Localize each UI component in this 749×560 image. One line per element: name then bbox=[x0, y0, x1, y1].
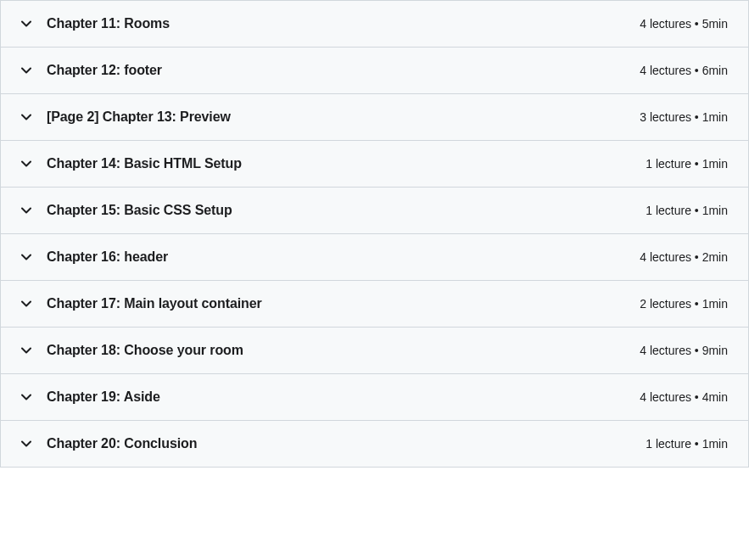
chapter-duration: 1min bbox=[702, 110, 728, 124]
chapter-meta: 4 lectures • 6min bbox=[640, 64, 728, 77]
chapter-title: [Page 2] Chapter 13: Preview bbox=[47, 109, 231, 125]
chevron-down-icon bbox=[21, 345, 31, 356]
chapter-meta: 4 lectures • 9min bbox=[640, 344, 728, 357]
chevron-down-icon bbox=[21, 439, 31, 449]
chapter-meta: 1 lecture • 1min bbox=[646, 437, 728, 451]
meta-separator: • bbox=[691, 437, 702, 451]
chapter-duration: 1min bbox=[702, 297, 728, 311]
accordion-item: Chapter 15: Basic CSS Setup1 lecture • 1… bbox=[1, 187, 748, 233]
accordion-header-left: Chapter 14: Basic HTML Setup bbox=[21, 156, 242, 171]
chapter-duration: 9min bbox=[702, 344, 728, 357]
accordion-header[interactable]: Chapter 17: Main layout container2 lectu… bbox=[1, 281, 748, 327]
meta-separator: • bbox=[691, 344, 702, 357]
chapter-lectures-count: 3 lectures bbox=[640, 110, 691, 124]
meta-separator: • bbox=[691, 390, 702, 404]
chapter-meta: 4 lectures • 4min bbox=[640, 390, 728, 404]
accordion-header-left: Chapter 16: header bbox=[21, 249, 168, 265]
accordion-item: Chapter 11: Rooms4 lectures • 5min bbox=[1, 0, 748, 47]
chapter-lectures-count: 1 lecture bbox=[646, 157, 691, 171]
meta-separator: • bbox=[691, 250, 702, 264]
chapter-title: Chapter 18: Choose your room bbox=[47, 343, 243, 358]
chapter-lectures-count: 1 lecture bbox=[646, 437, 691, 451]
chapter-meta: 1 lecture • 1min bbox=[646, 204, 728, 217]
chevron-down-icon bbox=[21, 19, 31, 29]
accordion-header-left: Chapter 20: Conclusion bbox=[21, 436, 197, 451]
accordion-header-left: Chapter 18: Choose your room bbox=[21, 343, 243, 358]
accordion-header[interactable]: Chapter 11: Rooms4 lectures • 5min bbox=[1, 1, 748, 47]
meta-separator: • bbox=[691, 297, 702, 311]
meta-separator: • bbox=[691, 110, 702, 124]
chapter-meta: 1 lecture • 1min bbox=[646, 157, 728, 171]
chevron-down-icon bbox=[21, 159, 31, 169]
chapter-duration: 5min bbox=[702, 17, 728, 31]
chapter-title: Chapter 20: Conclusion bbox=[47, 436, 197, 451]
chapter-duration: 1min bbox=[702, 157, 728, 171]
accordion-item: Chapter 19: Aside4 lectures • 4min bbox=[1, 373, 748, 420]
chapter-duration: 2min bbox=[702, 250, 728, 264]
chapter-title: Chapter 15: Basic CSS Setup bbox=[47, 203, 232, 218]
chapter-title: Chapter 17: Main layout container bbox=[47, 296, 262, 311]
accordion-item: Chapter 18: Choose your room4 lectures •… bbox=[1, 327, 748, 373]
meta-separator: • bbox=[691, 17, 702, 31]
course-chapters-accordion: Chapter 11: Rooms4 lectures • 5minChapte… bbox=[0, 0, 749, 468]
chapter-title: Chapter 11: Rooms bbox=[47, 16, 170, 31]
accordion-header[interactable]: [Page 2] Chapter 13: Preview3 lectures •… bbox=[1, 94, 748, 140]
chapter-title: Chapter 14: Basic HTML Setup bbox=[47, 156, 242, 171]
chapter-meta: 2 lectures • 1min bbox=[640, 297, 728, 311]
chevron-down-icon bbox=[21, 299, 31, 309]
chapter-lectures-count: 4 lectures bbox=[640, 390, 691, 404]
chapter-meta: 4 lectures • 2min bbox=[640, 250, 728, 264]
meta-separator: • bbox=[691, 157, 702, 171]
accordion-header-left: Chapter 12: footer bbox=[21, 63, 162, 78]
chapter-duration: 4min bbox=[702, 390, 728, 404]
accordion-header[interactable]: Chapter 15: Basic CSS Setup1 lecture • 1… bbox=[1, 188, 748, 233]
accordion-header[interactable]: Chapter 16: header4 lectures • 2min bbox=[1, 234, 748, 280]
accordion-header[interactable]: Chapter 14: Basic HTML Setup1 lecture • … bbox=[1, 141, 748, 187]
meta-separator: • bbox=[691, 204, 702, 217]
meta-separator: • bbox=[691, 64, 702, 77]
chapter-lectures-count: 4 lectures bbox=[640, 17, 691, 31]
chevron-down-icon bbox=[21, 112, 31, 122]
chapter-duration: 1min bbox=[702, 204, 728, 217]
accordion-header-left: Chapter 11: Rooms bbox=[21, 16, 170, 31]
chapter-title: Chapter 12: footer bbox=[47, 63, 162, 78]
chevron-down-icon bbox=[21, 65, 31, 76]
chapter-lectures-count: 4 lectures bbox=[640, 250, 691, 264]
accordion-header[interactable]: Chapter 20: Conclusion1 lecture • 1min bbox=[1, 421, 748, 467]
accordion-header-left: [Page 2] Chapter 13: Preview bbox=[21, 109, 231, 125]
accordion-item: Chapter 17: Main layout container2 lectu… bbox=[1, 280, 748, 327]
accordion-header[interactable]: Chapter 12: footer4 lectures • 6min bbox=[1, 48, 748, 93]
accordion-item: Chapter 12: footer4 lectures • 6min bbox=[1, 47, 748, 93]
accordion-item: [Page 2] Chapter 13: Preview3 lectures •… bbox=[1, 93, 748, 140]
chapter-lectures-count: 2 lectures bbox=[640, 297, 691, 311]
chapter-duration: 6min bbox=[702, 64, 728, 77]
chapter-meta: 3 lectures • 1min bbox=[640, 110, 728, 124]
chapter-lectures-count: 1 lecture bbox=[646, 204, 691, 217]
accordion-item: Chapter 20: Conclusion1 lecture • 1min bbox=[1, 420, 748, 467]
accordion-item: Chapter 14: Basic HTML Setup1 lecture • … bbox=[1, 140, 748, 187]
accordion-header-left: Chapter 17: Main layout container bbox=[21, 296, 262, 311]
chevron-down-icon bbox=[21, 205, 31, 216]
accordion-header-left: Chapter 19: Aside bbox=[21, 389, 160, 405]
accordion-header[interactable]: Chapter 19: Aside4 lectures • 4min bbox=[1, 374, 748, 420]
chapter-title: Chapter 19: Aside bbox=[47, 389, 160, 405]
chapter-meta: 4 lectures • 5min bbox=[640, 17, 728, 31]
chevron-down-icon bbox=[21, 252, 31, 262]
chevron-down-icon bbox=[21, 392, 31, 402]
chapter-lectures-count: 4 lectures bbox=[640, 64, 691, 77]
accordion-item: Chapter 16: header4 lectures • 2min bbox=[1, 233, 748, 280]
chapter-lectures-count: 4 lectures bbox=[640, 344, 691, 357]
accordion-header-left: Chapter 15: Basic CSS Setup bbox=[21, 203, 232, 218]
chapter-duration: 1min bbox=[702, 437, 728, 451]
accordion-header[interactable]: Chapter 18: Choose your room4 lectures •… bbox=[1, 328, 748, 373]
chapter-title: Chapter 16: header bbox=[47, 249, 168, 265]
